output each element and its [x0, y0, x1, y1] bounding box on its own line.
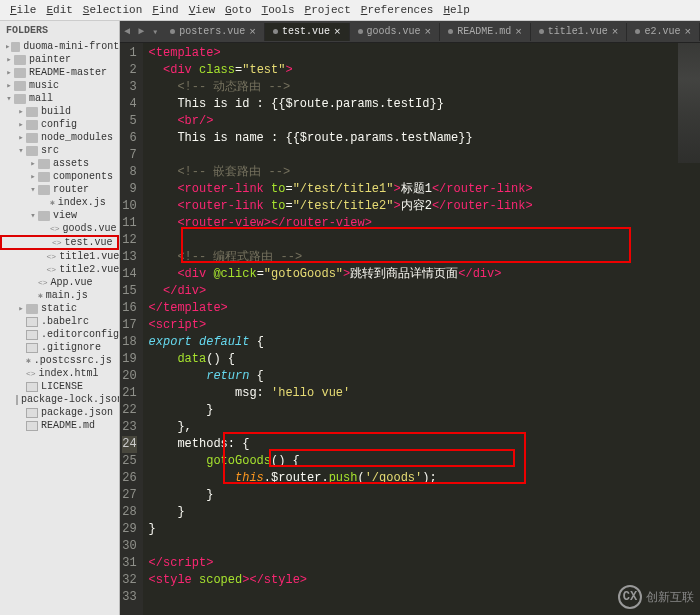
- disclosure-triangle-icon[interactable]: ▸: [28, 158, 38, 169]
- code-line[interactable]: msg: 'hello vue': [149, 385, 700, 402]
- menu-help[interactable]: Help: [439, 2, 473, 18]
- tree-item--babelrc[interactable]: .babelrc: [0, 315, 119, 328]
- code-line[interactable]: <router-link to="/test/title1">标题1</rout…: [149, 181, 700, 198]
- menu-find[interactable]: Find: [148, 2, 182, 18]
- tree-item-App-vue[interactable]: App.vue: [0, 276, 119, 289]
- tree-item-painter[interactable]: ▸painter: [0, 53, 119, 66]
- disclosure-triangle-icon[interactable]: ▸: [16, 132, 26, 143]
- disclosure-triangle-icon[interactable]: ▾: [28, 210, 38, 221]
- menu-goto[interactable]: Goto: [221, 2, 255, 18]
- disclosure-triangle-icon[interactable]: ▸: [28, 171, 38, 182]
- tab-close-icon[interactable]: [334, 26, 341, 38]
- disclosure-triangle-icon[interactable]: ▸: [4, 80, 14, 91]
- tree-item-index-html[interactable]: index.html: [0, 367, 119, 380]
- tree-item-assets[interactable]: ▸assets: [0, 157, 119, 170]
- disclosure-triangle-icon[interactable]: ▾: [16, 145, 26, 156]
- menu-project[interactable]: Project: [301, 2, 355, 18]
- menu-file[interactable]: File: [6, 2, 40, 18]
- tree-item-router[interactable]: ▾router: [0, 183, 119, 196]
- tab-close-icon[interactable]: [515, 26, 522, 38]
- tab-menu-icon[interactable]: ▾: [148, 26, 162, 38]
- code-line[interactable]: <!-- 嵌套路由 -->: [149, 164, 700, 181]
- code-line[interactable]: <div class="test">: [149, 62, 700, 79]
- code-line[interactable]: }: [149, 504, 700, 521]
- code-line[interactable]: export default {: [149, 334, 700, 351]
- code-line[interactable]: }: [149, 487, 700, 504]
- code-line[interactable]: }: [149, 521, 700, 538]
- code-line[interactable]: </script>: [149, 555, 700, 572]
- tree-item-README-md[interactable]: README.md: [0, 419, 119, 432]
- tree-item-package-lock-json[interactable]: package-lock.json: [0, 393, 119, 406]
- tree-item--editorconfig[interactable]: .editorconfig: [0, 328, 119, 341]
- code-line[interactable]: This is id : {{$route.params.testId}}: [149, 96, 700, 113]
- code-line[interactable]: </div>: [149, 283, 700, 300]
- code-line[interactable]: <br/>: [149, 113, 700, 130]
- tab-goods-vue[interactable]: goods.vue: [350, 23, 441, 41]
- code-line[interactable]: <router-view></router-view>: [149, 215, 700, 232]
- tree-item-index-js[interactable]: index.js: [0, 196, 119, 209]
- code-line[interactable]: [149, 147, 700, 164]
- disclosure-triangle-icon[interactable]: ▾: [4, 93, 14, 104]
- tree-item-duoma-mini-front[interactable]: ▸duoma-mini-front: [0, 40, 119, 53]
- tab-e2-vue[interactable]: e2.vue: [627, 23, 700, 41]
- code-line[interactable]: <script>: [149, 317, 700, 334]
- tree-item-title1-vue[interactable]: title1.vue: [0, 250, 119, 263]
- tab-nav-left-icon[interactable]: ◄: [120, 26, 134, 37]
- menu-edit[interactable]: Edit: [42, 2, 76, 18]
- minimap[interactable]: [678, 43, 700, 163]
- tree-item-static[interactable]: ▸static: [0, 302, 119, 315]
- code-line[interactable]: <!-- 动态路由 -->: [149, 79, 700, 96]
- tree-item-components[interactable]: ▸components: [0, 170, 119, 183]
- tree-item--postcssrc-js[interactable]: .postcssrc.js: [0, 354, 119, 367]
- code-line[interactable]: [149, 232, 700, 249]
- tree-item-LICENSE[interactable]: LICENSE: [0, 380, 119, 393]
- code-line[interactable]: [149, 538, 700, 555]
- tree-item-main-js[interactable]: main.js: [0, 289, 119, 302]
- code-content[interactable]: <template> <div class="test"> <!-- 动态路由 …: [143, 43, 700, 615]
- tree-item-src[interactable]: ▾src: [0, 144, 119, 157]
- tab-test-vue[interactable]: test.vue: [265, 23, 350, 41]
- tab-close-icon[interactable]: [612, 26, 619, 38]
- tab-title1-vue[interactable]: title1.vue: [531, 23, 628, 41]
- tab-nav-right-icon[interactable]: ►: [134, 26, 148, 37]
- code-line[interactable]: return {: [149, 368, 700, 385]
- tree-item-config[interactable]: ▸config: [0, 118, 119, 131]
- tree-item-view[interactable]: ▾view: [0, 209, 119, 222]
- code-line[interactable]: this.$router.push('/goods');: [149, 470, 700, 487]
- code-line[interactable]: </template>: [149, 300, 700, 317]
- tab-README-md[interactable]: README.md: [440, 23, 531, 41]
- tree-item-node_modules[interactable]: ▸node_modules: [0, 131, 119, 144]
- code-line[interactable]: <div @click="gotoGoods">跳转到商品详情页面</div>: [149, 266, 700, 283]
- disclosure-triangle-icon[interactable]: ▸: [4, 67, 14, 78]
- code-line[interactable]: data() {: [149, 351, 700, 368]
- tab-close-icon[interactable]: [425, 26, 432, 38]
- tree-item-test-vue[interactable]: test.vue: [0, 235, 119, 250]
- tab-posters-vue[interactable]: posters.vue: [162, 23, 265, 41]
- code-line[interactable]: <router-link to="/test/title2">内容2</rout…: [149, 198, 700, 215]
- code-line[interactable]: }: [149, 402, 700, 419]
- tree-item--gitignore[interactable]: .gitignore: [0, 341, 119, 354]
- tree-item-build[interactable]: ▸build: [0, 105, 119, 118]
- disclosure-triangle-icon[interactable]: ▸: [16, 303, 26, 314]
- code-editor[interactable]: 1234567891011121314151617181920212223242…: [120, 43, 700, 615]
- tree-item-music[interactable]: ▸music: [0, 79, 119, 92]
- tree-item-README-master[interactable]: ▸README-master: [0, 66, 119, 79]
- tree-item-package-json[interactable]: package.json: [0, 406, 119, 419]
- code-line[interactable]: },: [149, 419, 700, 436]
- tab-close-icon[interactable]: [249, 26, 256, 38]
- tree-item-goods-vue[interactable]: goods.vue: [0, 222, 119, 235]
- code-line[interactable]: methods: {: [149, 436, 700, 453]
- code-line[interactable]: <template>: [149, 45, 700, 62]
- menu-selection[interactable]: Selection: [79, 2, 146, 18]
- disclosure-triangle-icon[interactable]: ▾: [28, 184, 38, 195]
- code-line[interactable]: <!-- 编程式路由 -->: [149, 249, 700, 266]
- disclosure-triangle-icon[interactable]: ▸: [4, 41, 11, 52]
- disclosure-triangle-icon[interactable]: ▸: [16, 106, 26, 117]
- disclosure-triangle-icon[interactable]: ▸: [4, 54, 14, 65]
- menu-preferences[interactable]: Preferences: [357, 2, 438, 18]
- tree-item-title2-vue[interactable]: title2.vue: [0, 263, 119, 276]
- tree-item-mall[interactable]: ▾mall: [0, 92, 119, 105]
- menu-view[interactable]: View: [185, 2, 219, 18]
- code-line[interactable]: gotoGoods() {: [149, 453, 700, 470]
- disclosure-triangle-icon[interactable]: ▸: [16, 119, 26, 130]
